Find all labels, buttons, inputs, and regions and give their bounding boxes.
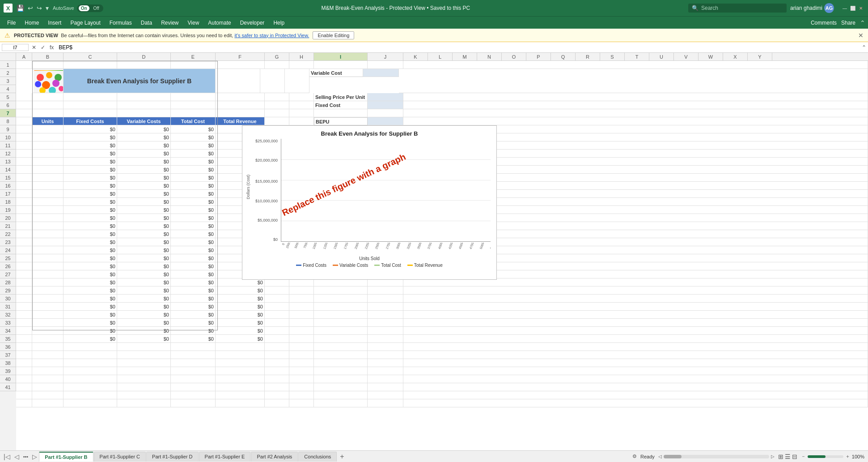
cell-a8[interactable] — [16, 133, 32, 141]
row-34[interactable]: 34 — [0, 327, 16, 335]
scroll-track[interactable] — [664, 455, 769, 458]
cell-f6-revenue[interactable]: Total Revenue — [216, 117, 265, 125]
page-break-button[interactable]: ⊟ — [792, 453, 797, 460]
cell-c14[interactable]: $0 — [64, 182, 117, 190]
cell-b39[interactable] — [32, 383, 64, 391]
cell-b34[interactable] — [32, 343, 64, 351]
scroll-right-icon[interactable]: ▷ — [771, 454, 775, 459]
cell-b15[interactable] — [32, 190, 64, 198]
cell-b14[interactable] — [32, 182, 64, 190]
cell-rest-32[interactable] — [403, 327, 868, 335]
cell-e17[interactable]: $0 — [171, 206, 216, 214]
cell-i28[interactable] — [314, 295, 368, 303]
cell-c24[interactable]: $0 — [64, 262, 117, 270]
row-20[interactable]: 20 — [0, 214, 16, 222]
cell-g37[interactable] — [265, 367, 289, 375]
cell-a29[interactable] — [16, 303, 32, 311]
cell-e9[interactable]: $0 — [171, 141, 216, 150]
cell-rest-29[interactable] — [403, 303, 868, 311]
cell-g5[interactable] — [265, 109, 289, 117]
cell-g3[interactable] — [265, 93, 289, 101]
cell-a37[interactable] — [16, 367, 32, 375]
cell-a11[interactable] — [16, 158, 32, 166]
tab-prev-button[interactable]: ◁ — [13, 453, 21, 460]
cell-j34[interactable] — [368, 343, 403, 351]
cell-rest-1[interactable] — [403, 61, 868, 69]
menu-formulas[interactable]: Formulas — [105, 18, 136, 28]
cell-e31[interactable]: $0 — [171, 319, 216, 327]
cell-a38[interactable] — [16, 375, 32, 383]
cell-c21[interactable]: $0 — [64, 238, 117, 246]
cell-i33[interactable] — [314, 335, 368, 343]
cell-a13[interactable] — [16, 174, 32, 182]
cell-a30[interactable] — [16, 311, 32, 319]
cell-b21[interactable] — [32, 238, 64, 246]
row-33[interactable]: 33 — [0, 319, 16, 327]
formula-input[interactable] — [57, 44, 860, 51]
cell-d18[interactable]: $0 — [117, 214, 171, 222]
cell-g36[interactable] — [265, 359, 289, 367]
tab-supplier-e[interactable]: Part #1-Supplier E — [199, 452, 251, 462]
row-3[interactable]: 3 — [0, 77, 16, 85]
cell-d15[interactable]: $0 — [117, 190, 171, 198]
autosave-toggle[interactable]: On Off — [77, 4, 103, 12]
cell-b5[interactable] — [32, 109, 64, 117]
row-1[interactable]: 1 — [0, 61, 16, 69]
cell-i4-fc[interactable]: Fixed Cost — [314, 101, 368, 109]
cell-d26[interactable]: $0 — [117, 278, 171, 287]
cell-d19[interactable]: $0 — [117, 222, 171, 230]
col-header-y[interactable]: Y — [748, 53, 772, 60]
cell-b38[interactable] — [32, 375, 64, 383]
cell-g33[interactable] — [265, 335, 289, 343]
cell-j32[interactable] — [368, 327, 403, 335]
cell-c27[interactable]: $0 — [64, 287, 117, 295]
cell-e32[interactable]: $0 — [171, 327, 216, 335]
menu-page-layout[interactable]: Page Layout — [66, 18, 105, 28]
cell-h33[interactable] — [289, 335, 314, 343]
cell-a16[interactable] — [16, 198, 32, 206]
cell-e16[interactable]: $0 — [171, 198, 216, 206]
menu-file[interactable]: File — [3, 18, 20, 28]
cell-c9[interactable]: $0 — [64, 141, 117, 150]
search-box[interactable]: 🔍 — [688, 4, 787, 13]
normal-view-button[interactable]: ⊞ — [778, 453, 783, 460]
row-21[interactable]: 21 — [0, 222, 16, 230]
row-27[interactable]: 27 — [0, 270, 16, 278]
share-button[interactable]: Share — [841, 20, 855, 26]
col-header-r[interactable]: R — [576, 53, 600, 60]
cell-f33[interactable]: $0 — [216, 335, 265, 343]
cell-f2[interactable] — [216, 69, 260, 93]
cell-j41[interactable] — [368, 399, 403, 407]
col-header-g[interactable]: G — [265, 53, 289, 60]
close-bar-button[interactable]: ✕ — [858, 32, 864, 39]
redo-button[interactable]: ↪ — [35, 4, 43, 12]
cell-i37[interactable] — [314, 367, 368, 375]
cell-a27[interactable] — [16, 287, 32, 295]
cell-a33[interactable] — [16, 335, 32, 343]
row-29[interactable]: 29 — [0, 287, 16, 295]
row-11[interactable]: 11 — [0, 141, 16, 150]
row-38[interactable]: 38 — [0, 359, 16, 367]
cell-d9[interactable]: $0 — [117, 141, 171, 150]
cell-c6-fixed[interactable]: Fixed Costs — [64, 117, 117, 125]
cell-e13[interactable]: $0 — [171, 174, 216, 182]
cell-d32[interactable]: $0 — [117, 327, 171, 335]
cell-f32[interactable]: $0 — [216, 327, 265, 335]
cell-c8[interactable]: $0 — [64, 133, 117, 141]
cell-rest-36[interactable] — [403, 359, 868, 367]
cell-i27[interactable] — [314, 287, 368, 295]
cell-d27[interactable]: $0 — [117, 287, 171, 295]
cell-b4[interactable] — [32, 101, 64, 109]
row-18[interactable]: 18 — [0, 198, 16, 206]
cell-e23[interactable]: $0 — [171, 254, 216, 262]
formula-expand[interactable]: ⌃ — [862, 44, 866, 51]
cell-c26[interactable]: $0 — [64, 278, 117, 287]
cell-d21[interactable]: $0 — [117, 238, 171, 246]
col-header-j[interactable]: J — [368, 53, 403, 60]
formula-cancel[interactable]: ✕ — [30, 44, 38, 51]
tab-first-button[interactable]: |◁ — [2, 453, 12, 460]
cell-c23[interactable]: $0 — [64, 254, 117, 262]
cell-b41[interactable] — [32, 399, 64, 407]
cell-i5[interactable] — [314, 109, 368, 117]
cell-c30[interactable]: $0 — [64, 311, 117, 319]
